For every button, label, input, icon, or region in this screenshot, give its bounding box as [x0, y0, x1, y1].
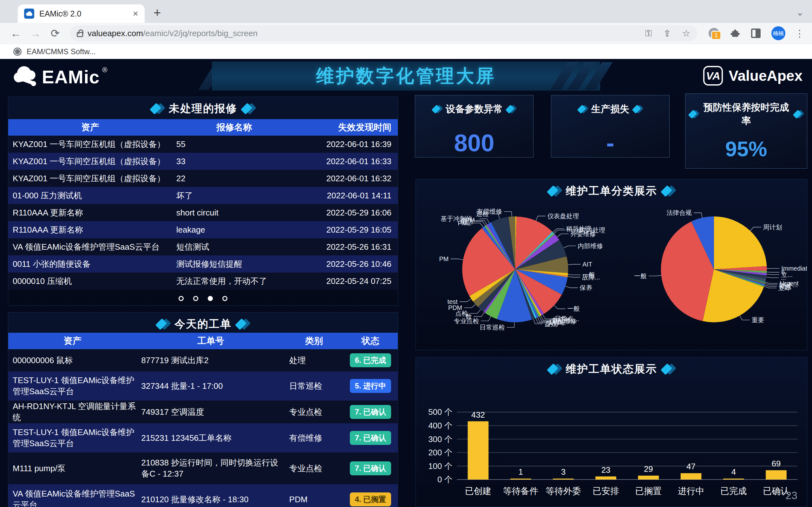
order-number-cell: 749317 空调温度: [137, 406, 285, 418]
page-title: 维护数字化管理大屏: [316, 64, 496, 89]
bar-value-label: 1: [518, 467, 523, 476]
valueapex-mark-icon: VA: [703, 66, 723, 86]
pie-slice-label: 外委维修: [571, 230, 596, 237]
panel-title-text: 未处理的报修: [169, 101, 237, 116]
panel-title-text: 今天的工单: [174, 317, 232, 331]
pie-slice: [714, 216, 767, 269]
url-path: /eamic/v2/jq/reports/big_screen: [143, 29, 258, 38]
orders-col-header: 类别: [285, 335, 343, 347]
order-category-cell: PDM: [285, 495, 343, 504]
pie-label-line: [694, 213, 702, 218]
browser-menu-icon[interactable]: ⋮: [795, 28, 804, 39]
carousel-dot[interactable]: [193, 296, 198, 301]
browser-tab[interactable]: EAMic® 2.0 ×: [18, 4, 145, 23]
repair-time-cell: 2022-05-26 10:46: [297, 259, 398, 269]
new-tab-button[interactable]: +: [154, 6, 161, 19]
repair-time-cell: 2022-06-01 16:39: [297, 139, 398, 149]
table-row: KYAZ001 一号车间空压机组（虚拟设备）332022-06-01 16:33: [8, 153, 398, 170]
profile-avatar[interactable]: 楠楠: [771, 26, 785, 40]
bar: [510, 478, 531, 480]
table-row: 01-000 压力测试机坏了2022-06-01 14:11: [8, 187, 398, 204]
bar: [723, 478, 744, 480]
title-banner: 维护数字化管理大屏: [212, 61, 600, 91]
pie-label-line: [481, 316, 491, 321]
registered-mark: ®: [102, 66, 107, 74]
side-panel-icon[interactable]: [751, 29, 761, 38]
repairs-col-header: 报修名称: [172, 121, 297, 133]
bar-category-label: 已搁置: [635, 486, 662, 496]
kpi-label: 预防性保养按时完成率: [702, 101, 790, 127]
diamond-decoration-icon: [158, 321, 169, 328]
pie-label-line: [649, 275, 661, 276]
order-status-cell: 7. 已确认: [343, 431, 398, 445]
share-icon[interactable]: ⇪: [663, 28, 670, 39]
repairs-table: 资产报修名称失效发现时间 KYAZ001 一号车间空压机组（虚拟设备）55202…: [8, 119, 398, 290]
carousel-dot[interactable]: [222, 296, 227, 301]
pie-slice-label: PDM: [448, 304, 462, 311]
diamond-decoration-icon: [690, 112, 698, 117]
repair-name-cell: 22: [172, 174, 297, 183]
order-number-cell: 210120 批量修改名称 - 18:30: [137, 494, 285, 505]
extensions-puzzle-icon[interactable]: [729, 28, 740, 39]
reload-button[interactable]: ⟳: [47, 27, 63, 40]
bar-ytick-label: 500 个: [428, 407, 452, 416]
page-number: 23: [785, 489, 798, 502]
table-row: VA 领值EAMic设备维护管理SaaS云平台210120 批量修改名称 - 1…: [8, 484, 398, 507]
pie-label-line: [464, 304, 475, 308]
diamond-decoration-icon: [549, 187, 560, 194]
browser-toolbar: ← → ⟳ valueapex.com/eamic/v2/jq/reports/…: [0, 23, 812, 44]
password-key-icon[interactable]: ⚿: [645, 28, 652, 39]
bookmark-item[interactable]: EAM/CMMS Softw...: [27, 47, 96, 56]
status-badge: 7. 已确认: [350, 405, 392, 419]
pie-label-line: [450, 259, 463, 260]
repairs-table-body: KYAZ001 一号车间空压机组（虚拟设备）552022-06-01 16:39…: [8, 135, 398, 290]
tab-close-icon[interactable]: ×: [133, 9, 138, 18]
repair-asset-cell: 01-000 压力测试机: [8, 190, 172, 201]
valueapex-logo: VA ValueApex: [703, 66, 803, 86]
panel-unhandled-repairs: 未处理的报修 资产报修名称失效发现时间 KYAZ001 一号车间空压机组（虚拟设…: [8, 97, 398, 306]
panel-title-bars: 维护工单状态展示: [416, 362, 807, 377]
back-button[interactable]: ←: [8, 27, 24, 40]
pie-slice-label: PM: [439, 256, 449, 262]
bar-category-label: 等待外委: [546, 486, 581, 496]
orders-table-header: 资产工单号类别状态: [8, 333, 398, 349]
pie-label-line: [568, 277, 580, 277]
repairs-table-header: 资产报修名称失效发现时间: [8, 119, 398, 135]
order-status-cell: 4. 已搁置: [343, 493, 398, 506]
carousel-dot[interactable]: [208, 296, 213, 301]
repairs-col-header: 资产: [8, 121, 172, 133]
orders-col-header: 状态: [343, 335, 398, 347]
diamond-decoration-icon: [663, 187, 674, 194]
bookmark-star-icon[interactable]: ☆: [682, 28, 690, 39]
tab-search-chevron-icon[interactable]: ⌄: [797, 7, 804, 18]
pie-label-line: [766, 277, 779, 278]
address-bar[interactable]: valueapex.com/eamic/v2/jq/reports/big_sc…: [70, 25, 697, 41]
forward-button[interactable]: →: [27, 27, 44, 40]
diamond-decoration-icon: [433, 107, 441, 112]
extension-ring-icon[interactable]: 1: [709, 28, 719, 39]
orders-table-body: 000000006 鼠标877719 测试出库2处理6. 已完成TEST-LUY…: [8, 349, 398, 507]
panel-title-text: 维护工单状态展示: [566, 362, 657, 377]
pie-label-line: [479, 219, 490, 223]
order-category-cell: 日常巡检: [285, 381, 343, 392]
bar-ytick-label: 0 个: [438, 475, 452, 484]
pie-label-line: [554, 230, 565, 233]
pie-slice-label: 一般: [634, 273, 647, 279]
pie-slice-label: 日常巡检: [479, 324, 505, 331]
panel-todays-workorders: 今天的工单 资产工单号类别状态 000000006 鼠标877719 测试出库2…: [8, 312, 398, 507]
repair-time-cell: 2022-05-26 16:31: [297, 242, 398, 252]
pie-slice-label: 内部维修: [577, 242, 603, 249]
order-asset-cell: AH-RD1NY-KTJL 空调能量计量系统: [8, 401, 137, 423]
bookmark-globe-icon: [13, 48, 21, 56]
diamond-decoration-icon: [634, 107, 642, 112]
repair-name-cell: 55: [172, 139, 297, 149]
pie-label-line: [534, 319, 543, 324]
bar: [638, 475, 659, 480]
pie-label-line: [474, 313, 484, 317]
repair-time-cell: 2022-06-01 16:32: [297, 174, 398, 183]
carousel-dot[interactable]: [179, 296, 184, 301]
pie-label-line: [750, 227, 761, 231]
pie-label-line: [764, 285, 777, 286]
pie-slice-label: 故障...: [582, 274, 600, 281]
repair-time-cell: 2022-05-29 16:05: [297, 225, 398, 235]
